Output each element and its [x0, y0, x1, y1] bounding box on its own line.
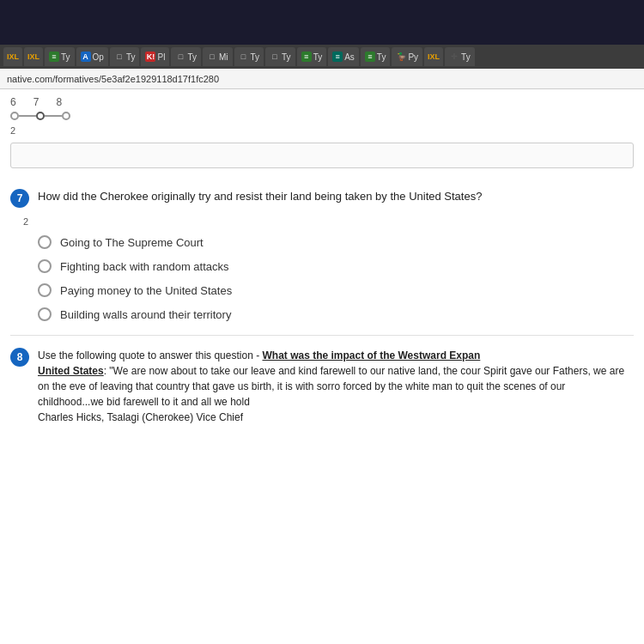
tab-ty-4[interactable]: □ Ty: [234, 47, 264, 66]
tab-label-new: Ty: [461, 52, 471, 62]
tab-kpl[interactable]: K! Pl: [141, 47, 169, 66]
q8-title: What was the impact of the Westward Expa…: [262, 349, 480, 361]
tab-ty-1[interactable]: ≡ Ty: [45, 47, 75, 66]
answer-label-2: Fighting back with random attacks: [60, 260, 229, 273]
progress-dot-8: [62, 112, 70, 120]
question-8-badge: 8: [10, 348, 29, 367]
address-bar[interactable]: native.com/formatives/5e3af2e1929118d17f…: [0, 69, 644, 89]
tab-as[interactable]: ≡ As: [328, 47, 359, 66]
score-value-2: 2: [23, 216, 28, 227]
progress-line-2: [45, 115, 62, 117]
q8-quote: "We are now about to take our leave and …: [38, 365, 624, 408]
answer-options: Going to The Supreme Court Fighting back…: [0, 227, 644, 330]
question-7-text: How did the Cherokee originally try and …: [38, 189, 634, 204]
q-num-8: 8: [56, 96, 62, 108]
blue-icon-1: A: [81, 52, 91, 62]
divider-1: [10, 335, 634, 336]
question-8-text: Use the following quote to answer this q…: [38, 348, 634, 425]
radio-1[interactable]: [38, 235, 52, 249]
answer-option-1[interactable]: Going to The Supreme Court: [38, 230, 634, 254]
tab-label-kpl: Pl: [157, 52, 165, 62]
browser-background: [0, 0, 644, 45]
tab-label-6: Ty: [313, 52, 323, 62]
red-icon-1: K!: [145, 52, 155, 62]
answer-label-1: Going to The Supreme Court: [60, 236, 204, 249]
progress-dot-7: [36, 112, 45, 120]
spacer-1: [0, 173, 644, 180]
answer-option-2[interactable]: Fighting back with random attacks: [38, 254, 634, 278]
tab-ixl-2[interactable]: IXL: [24, 47, 43, 66]
radio-2[interactable]: [38, 259, 52, 273]
tab-label-as: As: [344, 52, 355, 62]
green-icon-3: ≡: [365, 52, 375, 62]
answer-label-3: Paying money to the United States: [60, 284, 232, 297]
tab-label-1: Ty: [61, 52, 70, 62]
progress-area: 6 7 8: [0, 89, 644, 124]
box-icon-3: □: [207, 52, 217, 62]
question-numbers: 6 7 8: [10, 96, 634, 108]
tab-py[interactable]: 🦆 Py: [392, 47, 422, 66]
score-label-1: 2: [0, 124, 644, 137]
question-7-number: 7: [17, 192, 23, 204]
question-7-section: 7 How did the Cherokee originally try an…: [0, 180, 644, 216]
answer-option-4[interactable]: Building walls around their territory: [38, 302, 634, 326]
py-icon: 🦆: [396, 52, 406, 62]
tab-ty-7[interactable]: ≡ Ty: [361, 47, 391, 66]
tab-label-2: Ty: [126, 52, 136, 62]
q8-united-states: United States: [38, 365, 104, 377]
page-content: 6 7 8 2 7 How did the Cherokee originall…: [0, 89, 644, 644]
q-num-6: 6: [10, 96, 16, 108]
tab-label-4: Ty: [251, 52, 260, 62]
text-input-area[interactable]: [10, 143, 634, 168]
tab-ty-6[interactable]: ≡ Ty: [297, 47, 327, 66]
radio-3[interactable]: [38, 283, 52, 297]
box-icon-4: □: [239, 52, 249, 62]
tab-ty-2[interactable]: □ Ty: [110, 47, 140, 66]
question-7-badge: 7: [10, 189, 29, 208]
tab-bar: IXL IXL ≡ Ty A Op □ Ty K! Pl □ Ty □ Mi: [0, 45, 644, 69]
box-icon-5: □: [270, 52, 280, 62]
ixl-icon-2: IXL: [28, 52, 39, 62]
cross-icon: ✛: [449, 52, 459, 62]
tab-label-mi: Mi: [219, 52, 228, 62]
tab-label-3: Ty: [187, 52, 197, 62]
green-icon-2: ≡: [301, 52, 312, 62]
browser-chrome: IXL IXL ≡ Ty A Op □ Ty K! Pl □ Ty □ Mi: [0, 45, 644, 89]
progress-line-1: [19, 115, 36, 117]
text-input[interactable]: [11, 143, 633, 167]
q8-attribution: Charles Hicks, Tsalagi (Cherokee) Vice C…: [38, 411, 243, 423]
answer-label-4: Building walls around their territory: [60, 308, 231, 321]
tab-label-5: Ty: [282, 52, 291, 62]
ixl-icon-1: IXL: [8, 52, 18, 62]
progress-dots: [10, 112, 634, 120]
radio-4[interactable]: [38, 307, 52, 321]
tab-new[interactable]: ✛ Ty: [445, 47, 475, 66]
tab-label-7: Ty: [377, 52, 386, 62]
score-label-2: 2: [0, 216, 644, 227]
tab-label-op: Op: [93, 52, 104, 62]
progress-dot-6: [10, 112, 19, 120]
question-8-section: 8 Use the following quote to answer this…: [0, 341, 644, 432]
tab-ixl-3[interactable]: IXL: [424, 47, 443, 66]
ixl-icon-3: IXL: [428, 52, 439, 62]
q-num-7: 7: [33, 96, 39, 108]
tab-op[interactable]: A Op: [76, 47, 108, 66]
box-icon-1: □: [114, 52, 125, 62]
question-8-number: 8: [17, 351, 23, 363]
tab-label-py: Py: [408, 52, 418, 62]
tab-ixl-1[interactable]: IXL: [3, 47, 22, 66]
teal-icon-1: ≡: [332, 52, 343, 62]
box-icon-2: □: [175, 52, 185, 62]
green-icon-1: ≡: [49, 52, 59, 62]
address-text: native.com/formatives/5e3af2e1929118d17f…: [7, 74, 219, 84]
q8-intro: Use the following quote to answer this q…: [38, 349, 262, 361]
answer-option-3[interactable]: Paying money to the United States: [38, 278, 634, 302]
tab-mi[interactable]: □ Mi: [203, 47, 233, 66]
tab-ty-3[interactable]: □ Ty: [171, 47, 201, 66]
tab-ty-5[interactable]: □ Ty: [265, 47, 295, 66]
score-value-1: 2: [10, 125, 15, 136]
